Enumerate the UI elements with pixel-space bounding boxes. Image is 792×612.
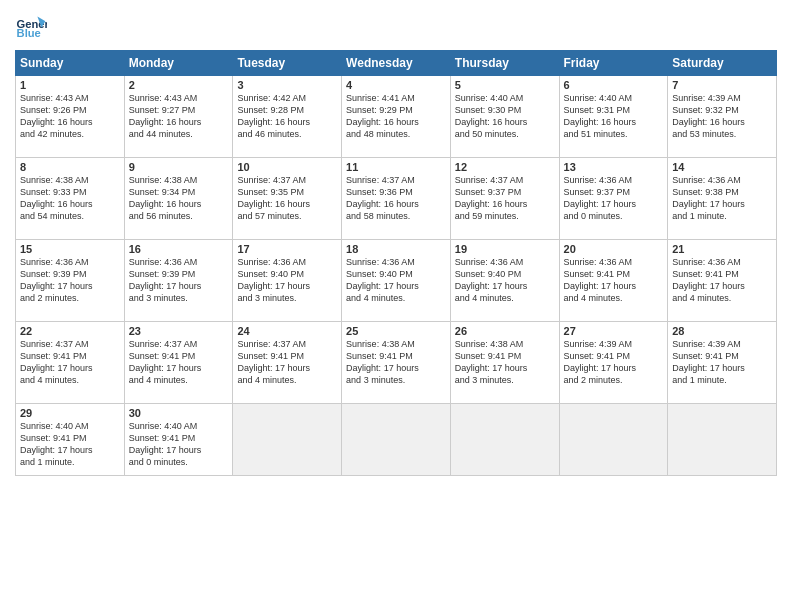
cell-line: Sunrise: 4:37 AM [455, 174, 555, 186]
cell-line: and 3 minutes. [346, 374, 446, 386]
cell-content: Sunrise: 4:37 AMSunset: 9:41 PMDaylight:… [20, 338, 120, 387]
cell-line: and 59 minutes. [455, 210, 555, 222]
cell-line: Sunrise: 4:37 AM [237, 338, 337, 350]
cell-line: and 4 minutes. [455, 292, 555, 304]
cell-line: Daylight: 16 hours [20, 198, 120, 210]
calendar-cell: 26Sunrise: 4:38 AMSunset: 9:41 PMDayligh… [450, 322, 559, 404]
cell-line: and 2 minutes. [564, 374, 664, 386]
day-number: 14 [672, 161, 772, 173]
day-number: 11 [346, 161, 446, 173]
calendar-cell: 4Sunrise: 4:41 AMSunset: 9:29 PMDaylight… [342, 76, 451, 158]
cell-line: Daylight: 17 hours [129, 362, 229, 374]
cell-line: Sunset: 9:41 PM [237, 350, 337, 362]
cell-line: Sunrise: 4:36 AM [564, 174, 664, 186]
day-number: 12 [455, 161, 555, 173]
cell-line: Sunset: 9:27 PM [129, 104, 229, 116]
cell-line: and 1 minute. [672, 210, 772, 222]
cell-line: Daylight: 17 hours [346, 280, 446, 292]
calendar-cell: 17Sunrise: 4:36 AMSunset: 9:40 PMDayligh… [233, 240, 342, 322]
day-number: 22 [20, 325, 120, 337]
cell-line: Daylight: 16 hours [346, 198, 446, 210]
cell-line: and 3 minutes. [129, 292, 229, 304]
cell-content: Sunrise: 4:40 AMSunset: 9:41 PMDaylight:… [20, 420, 120, 469]
cell-content: Sunrise: 4:38 AMSunset: 9:41 PMDaylight:… [455, 338, 555, 387]
cell-line: Sunrise: 4:39 AM [672, 92, 772, 104]
cell-line: and 42 minutes. [20, 128, 120, 140]
cell-line: Daylight: 17 hours [20, 444, 120, 456]
calendar-cell [342, 404, 451, 476]
cell-line: and 4 minutes. [20, 374, 120, 386]
cell-content: Sunrise: 4:36 AMSunset: 9:40 PMDaylight:… [237, 256, 337, 305]
day-number: 2 [129, 79, 229, 91]
cell-line: Sunrise: 4:36 AM [346, 256, 446, 268]
cell-line: Daylight: 16 hours [237, 116, 337, 128]
cell-line: Sunset: 9:37 PM [564, 186, 664, 198]
day-number: 27 [564, 325, 664, 337]
cell-line: Sunrise: 4:40 AM [129, 420, 229, 432]
cell-line: Sunset: 9:28 PM [237, 104, 337, 116]
cell-line: and 4 minutes. [129, 374, 229, 386]
cell-content: Sunrise: 4:39 AMSunset: 9:32 PMDaylight:… [672, 92, 772, 141]
cell-content: Sunrise: 4:41 AMSunset: 9:29 PMDaylight:… [346, 92, 446, 141]
day-number: 10 [237, 161, 337, 173]
col-header-wednesday: Wednesday [342, 51, 451, 76]
cell-line: Sunset: 9:29 PM [346, 104, 446, 116]
calendar-cell: 14Sunrise: 4:36 AMSunset: 9:38 PMDayligh… [668, 158, 777, 240]
calendar-cell: 27Sunrise: 4:39 AMSunset: 9:41 PMDayligh… [559, 322, 668, 404]
cell-content: Sunrise: 4:37 AMSunset: 9:41 PMDaylight:… [129, 338, 229, 387]
calendar-cell: 30Sunrise: 4:40 AMSunset: 9:41 PMDayligh… [124, 404, 233, 476]
calendar-cell: 25Sunrise: 4:38 AMSunset: 9:41 PMDayligh… [342, 322, 451, 404]
calendar-cell: 15Sunrise: 4:36 AMSunset: 9:39 PMDayligh… [16, 240, 125, 322]
calendar-cell: 16Sunrise: 4:36 AMSunset: 9:39 PMDayligh… [124, 240, 233, 322]
cell-content: Sunrise: 4:36 AMSunset: 9:37 PMDaylight:… [564, 174, 664, 223]
cell-line: Sunset: 9:41 PM [20, 432, 120, 444]
day-number: 5 [455, 79, 555, 91]
cell-line: Daylight: 16 hours [672, 116, 772, 128]
calendar-cell: 10Sunrise: 4:37 AMSunset: 9:35 PMDayligh… [233, 158, 342, 240]
day-number: 30 [129, 407, 229, 419]
cell-content: Sunrise: 4:37 AMSunset: 9:41 PMDaylight:… [237, 338, 337, 387]
cell-line: Sunset: 9:41 PM [564, 350, 664, 362]
cell-line: Daylight: 17 hours [455, 280, 555, 292]
cell-line: Sunset: 9:40 PM [455, 268, 555, 280]
day-number: 3 [237, 79, 337, 91]
cell-line: Sunset: 9:41 PM [20, 350, 120, 362]
cell-line: Daylight: 17 hours [564, 198, 664, 210]
page: General Blue SundayMondayTuesdayWednesda… [0, 0, 792, 612]
cell-line: Daylight: 16 hours [129, 198, 229, 210]
day-number: 13 [564, 161, 664, 173]
cell-content: Sunrise: 4:36 AMSunset: 9:39 PMDaylight:… [20, 256, 120, 305]
cell-line: Sunrise: 4:38 AM [20, 174, 120, 186]
day-number: 16 [129, 243, 229, 255]
cell-line: and 50 minutes. [455, 128, 555, 140]
cell-line: Daylight: 16 hours [455, 116, 555, 128]
cell-line: Daylight: 17 hours [129, 444, 229, 456]
calendar-cell [559, 404, 668, 476]
cell-line: Daylight: 16 hours [346, 116, 446, 128]
cell-line: Sunset: 9:36 PM [346, 186, 446, 198]
day-number: 25 [346, 325, 446, 337]
cell-line: Sunset: 9:41 PM [346, 350, 446, 362]
cell-line: and 3 minutes. [237, 292, 337, 304]
cell-line: Sunset: 9:41 PM [672, 350, 772, 362]
col-header-friday: Friday [559, 51, 668, 76]
cell-line: Daylight: 16 hours [564, 116, 664, 128]
cell-line: and 44 minutes. [129, 128, 229, 140]
calendar-cell: 9Sunrise: 4:38 AMSunset: 9:34 PMDaylight… [124, 158, 233, 240]
cell-line: Sunrise: 4:36 AM [129, 256, 229, 268]
header-row: SundayMondayTuesdayWednesdayThursdayFrid… [16, 51, 777, 76]
cell-line: Sunrise: 4:38 AM [129, 174, 229, 186]
cell-content: Sunrise: 4:40 AMSunset: 9:30 PMDaylight:… [455, 92, 555, 141]
cell-line: Daylight: 17 hours [672, 362, 772, 374]
cell-content: Sunrise: 4:37 AMSunset: 9:37 PMDaylight:… [455, 174, 555, 223]
cell-line: and 53 minutes. [672, 128, 772, 140]
cell-line: Sunset: 9:40 PM [237, 268, 337, 280]
calendar-cell: 18Sunrise: 4:36 AMSunset: 9:40 PMDayligh… [342, 240, 451, 322]
cell-content: Sunrise: 4:36 AMSunset: 9:41 PMDaylight:… [672, 256, 772, 305]
cell-content: Sunrise: 4:36 AMSunset: 9:40 PMDaylight:… [346, 256, 446, 305]
col-header-monday: Monday [124, 51, 233, 76]
cell-line: Daylight: 17 hours [455, 362, 555, 374]
cell-line: Daylight: 17 hours [346, 362, 446, 374]
cell-line: Sunrise: 4:37 AM [129, 338, 229, 350]
cell-line: Sunrise: 4:39 AM [672, 338, 772, 350]
